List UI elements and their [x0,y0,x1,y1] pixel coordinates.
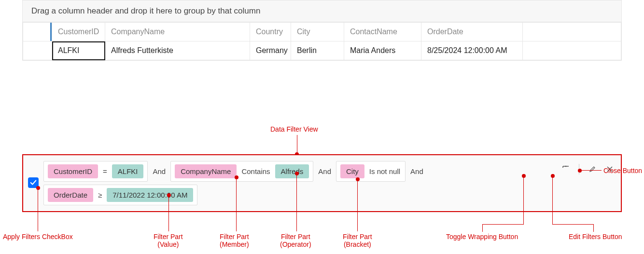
annotation-line [483,224,524,225]
filter-member[interactable]: OrderDate [48,188,93,202]
annotation-line [523,176,524,224]
filter-group[interactable]: City Is not null [336,161,406,182]
annotation-line [482,224,483,232]
annotation-dot [295,172,299,175]
col-header-companyname[interactable]: CompanyName [105,23,250,41]
col-header-contactname[interactable]: ContactName [344,23,421,41]
col-header-spacer [523,23,621,41]
cell-companyname[interactable]: Alfreds Futterkiste [105,41,250,60]
annotation-dot [356,177,360,181]
annotation-line [357,179,358,231]
filter-logic[interactable]: And [152,167,167,175]
annotation-dot [36,186,40,190]
wrap-icon [562,165,570,173]
filter-operator[interactable]: Is not null [368,167,401,175]
grid-table: CustomerID CompanyName Country City Cont… [23,22,621,60]
annotation-line [580,170,602,171]
annotation-toggle-wrapping: Toggle Wrapping Button [446,233,518,241]
svg-point-0 [565,166,567,167]
filter-member[interactable]: City [340,164,364,178]
annotation-filter-value: Filter Part (Value) [154,233,183,248]
table-row[interactable]: ALFKI Alfreds Futterkiste Germany Berlin… [23,41,621,60]
annotation-line [552,224,594,225]
cell-customerid[interactable]: ALFKI [52,41,105,60]
annotation-line [236,177,237,231]
filter-value[interactable]: Alfreds [275,164,309,178]
annotation-line [296,174,297,231]
filter-member[interactable]: CompanyName [175,164,237,178]
group-panel[interactable]: Drag a column header and drop it here to… [23,0,621,22]
row-indicator-cell [23,41,52,60]
annotation-line [552,176,553,224]
annotation-dot [167,193,171,197]
filter-group[interactable]: CompanyName Contains Alfreds [170,161,313,182]
row-indicator-header [23,23,52,41]
col-header-orderdate[interactable]: OrderDate [421,23,523,41]
annotation-line [168,195,169,231]
filter-expression: CustomerID = ALFKI And CompanyName Conta… [43,159,557,207]
cell-contactname[interactable]: Maria Anders [344,41,421,60]
annotation-dot [522,174,526,178]
annotation-edit-filters: Edit Filters Button [569,233,622,241]
data-grid: Drag a column header and drop it here to… [22,0,622,61]
filter-operator[interactable]: ≥ [97,191,103,199]
cell-country[interactable]: Germany [250,41,291,60]
filter-operator[interactable]: Contains [240,167,271,175]
filter-value[interactable]: ALFKI [112,164,144,178]
annotation-filter-bracket: Filter Part (Bracket) [343,233,372,248]
filter-group[interactable]: OrderDate ≥ 7/11/2022 12:00:00 AM [43,185,197,205]
header-row: CustomerID CompanyName Country City Cont… [23,23,621,41]
cell-spacer [523,41,621,60]
data-filter-view: CustomerID = ALFKI And CompanyName Conta… [22,154,622,212]
edit-filters-button[interactable] [588,165,597,174]
filter-group[interactable]: CustomerID = ALFKI [43,161,148,182]
col-header-customerid[interactable]: CustomerID [52,23,105,41]
check-icon [30,179,37,186]
annotation-line [297,135,297,154]
filter-member[interactable]: CustomerID [48,164,98,178]
annotation-close-button: Close Button [603,167,642,174]
filter-logic[interactable]: And [409,167,424,175]
col-header-country[interactable]: Country [250,23,291,41]
cell-city[interactable]: Berlin [291,41,344,60]
annotation-dot [551,174,555,178]
filter-value[interactable]: 7/11/2022 12:00:00 AM [107,188,193,202]
filter-logic[interactable]: And [317,167,332,175]
cell-orderdate[interactable]: 8/25/2024 12:00:00 AM [421,41,523,60]
toggle-wrapping-button[interactable] [561,165,570,174]
annotation-apply-checkbox: Apply Filters CheckBox [3,233,73,241]
annotation-line [38,188,38,231]
annotation-filter-operator: Filter Part (Operator) [280,233,311,248]
annotation-filter-member: Filter Part (Member) [220,233,249,248]
filter-operator[interactable]: = [102,167,108,175]
col-header-city[interactable]: City [291,23,344,41]
annotation-data-filter-view: Data Filter View [270,125,318,133]
annotation-line [593,224,594,232]
annotation-dot [578,169,582,173]
annotation-dot [235,175,238,179]
pencil-icon [588,165,596,173]
